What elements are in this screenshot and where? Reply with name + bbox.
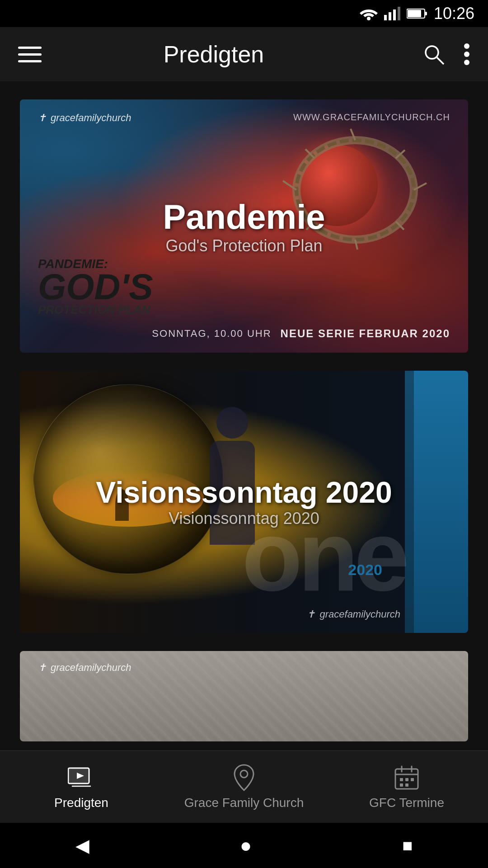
- app-bar-actions: [422, 42, 470, 66]
- nav-label-predigten: Predigten: [54, 796, 108, 810]
- card-2-logo: ✝ gracefamilychurch: [307, 609, 400, 620]
- year-badge: 2020: [348, 561, 382, 579]
- card-1-sub-title: God's Protection Plan: [163, 236, 325, 255]
- more-icon: [464, 42, 470, 66]
- calendar-icon: [393, 764, 420, 791]
- svg-point-10: [464, 43, 469, 49]
- search-button[interactable]: [422, 42, 446, 66]
- card-1-bottom-left: PANDEMIE: GOD'S PROTECTION PLAN: [38, 257, 153, 316]
- svg-rect-34: [411, 778, 414, 781]
- svg-rect-33: [405, 778, 408, 781]
- search-icon: [422, 42, 446, 66]
- svg-point-8: [426, 46, 438, 59]
- status-time: 10:26: [434, 4, 474, 23]
- svg-rect-4: [398, 7, 400, 20]
- home-button[interactable]: ●: [240, 834, 252, 857]
- recent-icon: ■: [402, 836, 413, 855]
- nav-item-grace[interactable]: Grace Family Church: [163, 764, 325, 810]
- battery-icon: [407, 8, 427, 19]
- url-top-right: WWW.GRACEFAMILYCHURCH.CH: [293, 112, 450, 123]
- nav-item-termine[interactable]: GFC Termine: [325, 764, 488, 810]
- time-label: SONNTAG, 10.00 UHR: [152, 328, 271, 340]
- card-pandemie[interactable]: ✝ gracefamilychurch WWW.GRACEFAMILYCHURC…: [20, 99, 468, 353]
- svg-rect-35: [400, 783, 403, 787]
- signal-icon: [384, 7, 400, 20]
- serie-label: NEUE SERIE FEBRUAR 2020: [281, 327, 450, 340]
- card-1-bottom-bar: SONNTAG, 10.00 UHR NEUE SERIE FEBRUAR 20…: [20, 327, 468, 340]
- home-icon: ●: [240, 834, 252, 857]
- recent-button[interactable]: ■: [402, 836, 413, 855]
- svg-point-11: [464, 52, 469, 57]
- nav-label-termine: GFC Termine: [369, 796, 444, 810]
- svg-rect-1: [384, 15, 387, 20]
- svg-point-12: [464, 60, 469, 65]
- svg-rect-2: [389, 12, 391, 20]
- bottom-nav: Predigten Grace Family Church: [0, 750, 488, 823]
- video-icon: [68, 764, 95, 791]
- card-2-title-block: Visionssonntag 2020 Visionssonntag 2020: [20, 476, 468, 528]
- svg-point-27: [240, 770, 248, 778]
- more-options-button[interactable]: [464, 42, 470, 66]
- content-scroll: ✝ gracefamilychurch WWW.GRACEFAMILYCHURC…: [0, 81, 488, 750]
- svg-rect-32: [400, 778, 403, 781]
- card-third[interactable]: ✝ gracefamilychurch: [20, 651, 468, 741]
- card-3-overlay: ✝ gracefamilychurch: [20, 651, 468, 741]
- card-3-logo: ✝ gracefamilychurch: [38, 662, 131, 674]
- status-bar: 10:26: [0, 0, 488, 27]
- svg-rect-36: [405, 783, 408, 787]
- system-nav: ◀ ● ■: [0, 823, 488, 868]
- card-2-main-title: Visionssonntag 2020: [38, 476, 450, 509]
- back-icon: ◀: [75, 835, 89, 856]
- card-visionssonntag[interactable]: one 2020 Visionssonntag 2020 Visionssonn…: [20, 371, 468, 633]
- nav-item-predigten[interactable]: Predigten: [0, 764, 163, 810]
- page-title: Predigten: [19, 41, 408, 68]
- svg-rect-6: [408, 10, 421, 17]
- location-icon: [230, 764, 258, 791]
- app-bar: Predigten: [0, 27, 488, 81]
- svg-rect-3: [393, 9, 396, 20]
- nav-label-grace: Grace Family Church: [184, 796, 304, 810]
- logo-top-left: ✝ gracefamilychurch: [38, 112, 131, 124]
- back-button[interactable]: ◀: [75, 835, 89, 856]
- card-2-sub-title: Visionssonntag 2020: [38, 509, 450, 528]
- status-icons: 10:26: [360, 4, 474, 23]
- svg-rect-7: [425, 12, 427, 15]
- protection-label: PROTECTION PLAN: [38, 303, 153, 316]
- svg-line-9: [437, 57, 444, 64]
- card-1-title-block: Pandemie God's Protection Plan: [163, 197, 325, 255]
- card-1-main-title: Pandemie: [163, 197, 325, 236]
- gods-label: GOD'S: [38, 271, 153, 303]
- wifi-icon: [360, 7, 378, 20]
- svg-point-0: [367, 17, 371, 20]
